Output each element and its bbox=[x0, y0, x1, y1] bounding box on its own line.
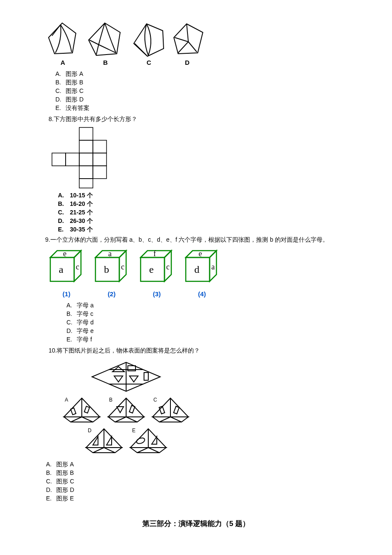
q10-options: A.图形 A B.图形 B C.图形 C D.图形 D E.图形 E bbox=[46, 461, 349, 503]
svg-marker-51 bbox=[64, 417, 100, 422]
svg-text:c: c bbox=[166, 263, 170, 271]
svg-text:b: b bbox=[104, 264, 109, 275]
q7-option-c[interactable]: C.图形 C bbox=[55, 87, 349, 95]
svg-marker-59 bbox=[117, 407, 124, 413]
q10-folding-figure: A B C D E bbox=[55, 359, 349, 458]
svg-rect-7 bbox=[52, 153, 66, 166]
q7-label-d: D bbox=[185, 59, 190, 66]
q10-label-c: C bbox=[153, 397, 157, 403]
svg-text:e: e bbox=[63, 249, 66, 258]
svg-rect-67 bbox=[174, 406, 179, 414]
svg-rect-13 bbox=[93, 166, 107, 179]
svg-text:c: c bbox=[76, 263, 79, 271]
svg-text:f: f bbox=[153, 249, 156, 258]
section-title: 第三部分：演绎逻辑能力（5 题） bbox=[43, 519, 349, 529]
svg-rect-5 bbox=[79, 140, 93, 153]
svg-marker-72 bbox=[86, 448, 122, 453]
svg-text:e: e bbox=[199, 249, 202, 258]
svg-rect-11 bbox=[79, 166, 93, 179]
svg-rect-12 bbox=[79, 179, 93, 188]
q10-option-b[interactable]: B.图形 B bbox=[46, 469, 349, 477]
q9-cube-1: e a c (1) bbox=[49, 249, 84, 298]
svg-line-63 bbox=[170, 417, 182, 422]
svg-line-77 bbox=[148, 448, 159, 453]
svg-marker-65 bbox=[153, 417, 188, 422]
svg-point-80 bbox=[136, 437, 146, 445]
svg-marker-58 bbox=[108, 417, 144, 422]
svg-line-57 bbox=[115, 417, 126, 422]
q9-cube-3: f e c (3) bbox=[139, 249, 175, 298]
q8-rectangles-figure bbox=[49, 126, 349, 191]
svg-text:e: e bbox=[149, 264, 154, 275]
q9-option-c[interactable]: C.字母 d bbox=[66, 319, 349, 327]
svg-marker-74 bbox=[107, 436, 112, 445]
q7-options: A.图形 A B.图形 B C.图形 C D.图形 D E.没有答案 bbox=[55, 70, 349, 112]
q8-option-a[interactable]: A.10-15 个 bbox=[58, 192, 349, 199]
svg-marker-27 bbox=[141, 251, 171, 257]
svg-rect-52 bbox=[71, 408, 76, 415]
q7-shapes-figure: A B C D bbox=[46, 20, 349, 69]
svg-line-70 bbox=[104, 448, 115, 453]
q9-option-a[interactable]: A.字母 a bbox=[66, 302, 349, 309]
svg-rect-4 bbox=[79, 127, 93, 140]
q10-label-e: E bbox=[132, 428, 135, 434]
q8-option-c[interactable]: C.21-25 个 bbox=[58, 209, 349, 217]
q10-label-a: A bbox=[65, 397, 68, 403]
q7-option-d[interactable]: D.图形 D bbox=[55, 96, 349, 104]
svg-marker-81 bbox=[152, 436, 157, 444]
svg-rect-9 bbox=[79, 153, 93, 166]
q9-cube-4: e d a (4) bbox=[184, 249, 220, 298]
svg-text:d: d bbox=[194, 264, 199, 275]
svg-rect-60 bbox=[130, 405, 135, 413]
svg-rect-6 bbox=[93, 140, 107, 153]
svg-rect-46 bbox=[144, 373, 148, 380]
q7-label-b: B bbox=[103, 59, 108, 66]
svg-rect-10 bbox=[93, 153, 107, 166]
svg-line-56 bbox=[126, 417, 137, 422]
svg-marker-44 bbox=[114, 376, 123, 382]
svg-marker-1 bbox=[89, 23, 120, 55]
svg-text:a: a bbox=[59, 264, 63, 275]
svg-marker-79 bbox=[130, 448, 166, 453]
q8-option-d[interactable]: D.26-30 个 bbox=[58, 217, 349, 225]
q8-option-b[interactable]: B.16-20 个 bbox=[58, 200, 349, 208]
svg-text:c: c bbox=[121, 263, 124, 271]
svg-rect-53 bbox=[84, 406, 89, 413]
svg-line-71 bbox=[93, 448, 104, 453]
q9-options: A.字母 a B.字母 c C.字母 d D.字母 e E.字母 f bbox=[66, 302, 349, 344]
q7-option-e[interactable]: E.没有答案 bbox=[55, 104, 349, 112]
q10-option-a[interactable]: A.图形 A bbox=[46, 461, 349, 468]
q9-cube-2: a b c (2) bbox=[94, 249, 130, 298]
q10-label-b: B bbox=[109, 397, 112, 403]
svg-line-49 bbox=[82, 417, 93, 422]
q8-text: 8.下方图形中共有多少个长方形？ bbox=[49, 116, 349, 123]
q9-option-b[interactable]: B.字母 c bbox=[66, 310, 349, 318]
q7-label-c: C bbox=[147, 59, 151, 66]
q9-cubes-figure: e a c (1) a b c (2) bbox=[49, 249, 349, 298]
svg-line-64 bbox=[159, 417, 170, 422]
q9-option-d[interactable]: D.字母 e bbox=[66, 327, 349, 335]
svg-line-50 bbox=[71, 417, 82, 422]
q9-option-e[interactable]: E.字母 f bbox=[66, 336, 349, 344]
svg-rect-43 bbox=[128, 366, 135, 371]
q8-options: A.10-15 个 B.16-20 个 C.21-25 个 D.26-30 个 … bbox=[58, 192, 349, 234]
q8-option-e[interactable]: E.30-35 个 bbox=[58, 226, 349, 234]
q10-option-c[interactable]: C.图形 C bbox=[46, 478, 349, 486]
svg-marker-45 bbox=[130, 376, 138, 382]
q10-label-d: D bbox=[88, 428, 92, 434]
q10-option-e[interactable]: E.图形 E bbox=[46, 495, 349, 503]
svg-rect-8 bbox=[66, 153, 79, 166]
q7-option-b[interactable]: B.图形 B bbox=[55, 79, 349, 87]
q7-label-a: A bbox=[61, 59, 65, 66]
svg-line-78 bbox=[137, 448, 148, 453]
q10-text: 10.将下图纸片折起之后，物体表面的图案将是怎么样的？ bbox=[49, 347, 349, 355]
q9-text: 9.一个立方体的六面，分别写着 a、b、c、d、e、f 六个字母，根据以下四张图… bbox=[45, 236, 349, 244]
q7-option-a[interactable]: A.图形 A bbox=[55, 70, 349, 78]
q10-option-d[interactable]: D.图形 D bbox=[46, 486, 349, 494]
svg-text:a: a bbox=[211, 263, 215, 271]
svg-text:a: a bbox=[108, 249, 112, 258]
